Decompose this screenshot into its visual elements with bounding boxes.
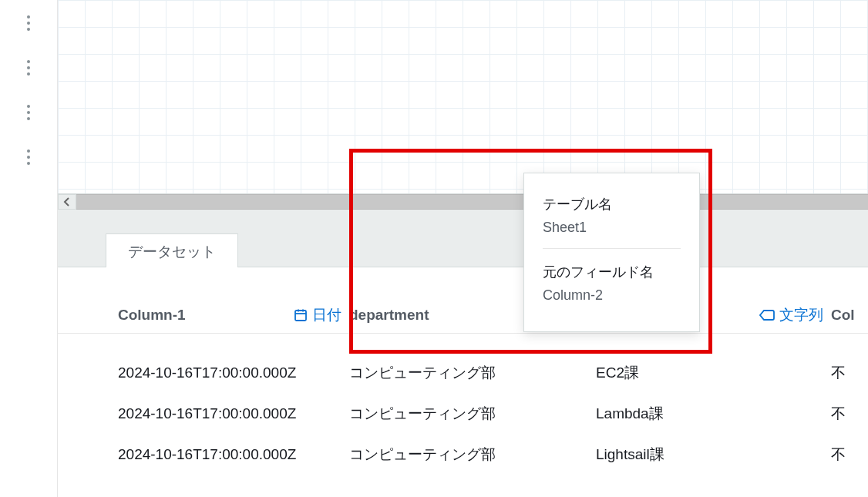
cell: EC2課 xyxy=(596,363,831,383)
column-type-label: 文字列 xyxy=(779,305,823,325)
drag-handle-icon[interactable] xyxy=(21,60,36,76)
cell: 不 xyxy=(831,404,868,424)
cell: コンピューティング部 xyxy=(349,363,596,383)
column-name: department xyxy=(349,307,429,324)
cell: 2024-10-16T17:00:00.000Z xyxy=(118,446,349,463)
cell: Lambda課 xyxy=(596,404,831,424)
table-row: 2024-10-16T17:00:00.000Z コンピューティング部 Lamb… xyxy=(118,393,868,434)
drag-handle-icon[interactable] xyxy=(21,15,36,31)
left-sidebar xyxy=(0,0,58,497)
column-type-label: 日付 xyxy=(312,305,341,325)
cell: 2024-10-16T17:00:00.000Z xyxy=(118,364,349,381)
tooltip-table-value: Sheet1 xyxy=(543,220,681,236)
cell: コンピューティング部 xyxy=(349,445,596,465)
column-headers-row: Column-1 日付 department xyxy=(58,297,868,334)
canvas-grid[interactable] xyxy=(58,0,868,194)
cell: Lightsail課 xyxy=(596,445,831,465)
drag-handle-icon[interactable] xyxy=(21,105,36,120)
tooltip-origfield-value: Column-2 xyxy=(543,287,681,304)
table-row: 2024-10-16T17:00:00.000Z コンピューティング部 Ligh… xyxy=(118,434,868,475)
column-name: Col xyxy=(831,307,855,324)
tab-strip: データセット xyxy=(58,210,868,267)
chevron-left-icon xyxy=(63,197,71,207)
table-row: 2024-10-16T17:00:00.000Z コンピューティング部 EC2課… xyxy=(118,352,868,393)
tooltip-table-label: テーブル名 xyxy=(543,195,681,213)
horizontal-scrollbar[interactable] xyxy=(76,194,868,210)
tab-dataset[interactable]: データセット xyxy=(106,233,238,272)
column-type-badge[interactable]: 文字列 xyxy=(759,305,823,325)
field-info-tooltip: テーブル名 Sheet1 元のフィールド名 Column-2 xyxy=(523,173,700,332)
tooltip-origfield-label: 元のフィールド名 xyxy=(543,263,681,281)
svg-rect-0 xyxy=(295,311,306,321)
data-rows: 2024-10-16T17:00:00.000Z コンピューティング部 EC2課… xyxy=(58,334,868,475)
drag-handle-icon[interactable] xyxy=(21,149,36,165)
scroll-left-button[interactable] xyxy=(58,194,76,210)
calendar-icon xyxy=(294,308,308,322)
column-type-badge[interactable]: 日付 xyxy=(294,305,341,325)
column-name: Column-1 xyxy=(118,307,186,324)
cell: 2024-10-16T17:00:00.000Z xyxy=(118,405,349,422)
cell: コンピューティング部 xyxy=(349,404,596,424)
column-header[interactable]: Column-1 日付 xyxy=(118,305,349,325)
data-preview: Column-1 日付 department xyxy=(58,267,868,497)
column-header[interactable]: Col xyxy=(831,307,855,324)
tag-icon xyxy=(759,309,775,321)
cell: 不 xyxy=(831,445,868,465)
cell: 不 xyxy=(831,363,868,383)
